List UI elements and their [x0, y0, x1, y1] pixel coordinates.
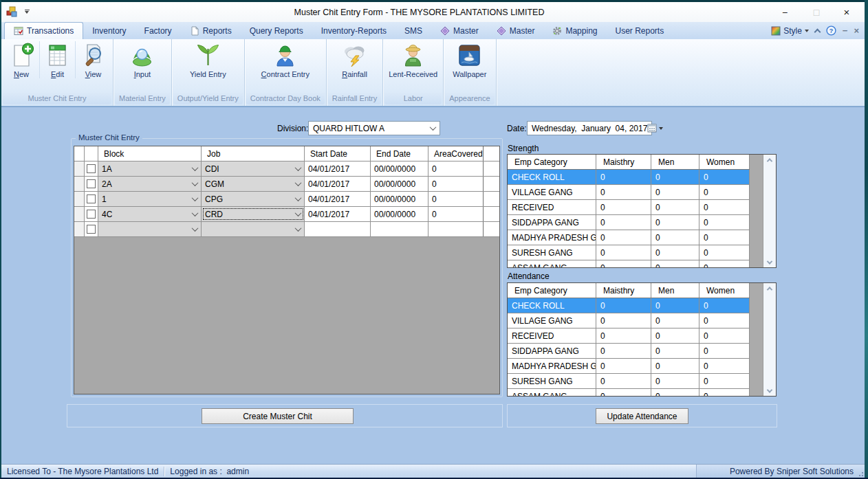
area-covered-cell[interactable]: 0: [428, 177, 484, 191]
women-cell[interactable]: 0: [699, 389, 750, 397]
column-header-maisthry[interactable]: Maisthry: [596, 283, 651, 298]
minimize-button[interactable]: −: [771, 2, 799, 22]
row-header[interactable]: [74, 177, 85, 191]
tab-master-8[interactable]: Master: [488, 23, 544, 39]
attendance-row-received[interactable]: RECEIVED000: [508, 328, 750, 344]
women-cell[interactable]: 0: [699, 260, 750, 268]
column-header-area-covered[interactable]: AreaCovered: [428, 146, 484, 161]
strength-row-assam-gang[interactable]: ASSAM GANG000: [508, 260, 750, 268]
tab-query-reports[interactable]: Query Reports: [241, 23, 312, 39]
men-cell[interactable]: 0: [651, 200, 699, 214]
emp-category-cell[interactable]: RECEIVED: [508, 328, 596, 343]
ribbon-button-input[interactable]: Input: [124, 41, 160, 78]
row-checkbox[interactable]: [87, 225, 96, 234]
strength-row-check-roll[interactable]: CHECK ROLL000: [508, 170, 750, 185]
emp-category-cell[interactable]: VILLAGE GANG: [508, 185, 596, 199]
maisthry-cell[interactable]: 0: [596, 298, 651, 313]
strength-row-received[interactable]: RECEIVED000: [508, 200, 750, 215]
men-cell[interactable]: 0: [651, 374, 699, 388]
women-cell[interactable]: 0: [699, 200, 750, 214]
end-date-cell[interactable]: 00/00/0000: [371, 177, 428, 191]
women-cell[interactable]: 0: [699, 215, 750, 230]
create-muster-chit-button[interactable]: Create Muster Chit: [202, 408, 354, 424]
emp-category-cell[interactable]: MADHYA PRADESH GANG: [508, 230, 596, 245]
row-checkbox[interactable]: [87, 194, 96, 203]
scroll-up-icon[interactable]: [767, 285, 773, 291]
maisthry-cell[interactable]: 0: [596, 344, 651, 358]
column-header-women[interactable]: Women: [699, 155, 750, 169]
column-header-block[interactable]: Block: [98, 146, 202, 161]
row-header[interactable]: [74, 222, 85, 236]
tab-transactions[interactable]: Transactions: [4, 22, 83, 39]
area-covered-cell[interactable]: 0: [428, 207, 484, 221]
job-combobox[interactable]: [202, 222, 305, 236]
men-cell[interactable]: 0: [651, 215, 699, 230]
child-close-button[interactable]: ×: [854, 25, 859, 36]
start-date-cell[interactable]: 04/01/2017: [305, 207, 371, 221]
tab-reports[interactable]: Reports: [181, 23, 241, 39]
women-cell[interactable]: 0: [699, 359, 750, 373]
emp-category-cell[interactable]: CHECK ROLL: [508, 170, 596, 184]
maximize-button[interactable]: □: [803, 2, 830, 22]
tab-inventory[interactable]: Inventory: [83, 23, 135, 39]
men-cell[interactable]: 0: [651, 298, 699, 313]
men-cell[interactable]: 0: [651, 260, 699, 268]
attendance-row-siddappa-gang[interactable]: SIDDAPPA GANG000: [508, 344, 750, 359]
emp-category-cell[interactable]: VILLAGE GANG: [508, 313, 596, 328]
maisthry-cell[interactable]: 0: [596, 260, 651, 268]
women-cell[interactable]: 0: [699, 170, 750, 184]
scroll-down-icon[interactable]: [767, 259, 773, 265]
area-covered-cell[interactable]: 0: [428, 161, 484, 176]
row-checkbox[interactable]: [87, 179, 96, 188]
start-date-cell[interactable]: 04/01/2017: [305, 161, 371, 176]
job-combobox[interactable]: CPG: [202, 192, 305, 206]
date-picker[interactable]: Wednesday, January 04, 2017: [527, 121, 652, 135]
end-date-cell[interactable]: 00/00/0000: [371, 192, 428, 206]
ribbon-button-wallpaper[interactable]: Wallpaper: [449, 41, 490, 78]
column-header-end-date[interactable]: End Date: [371, 146, 428, 161]
child-minimize-button[interactable]: −: [843, 25, 848, 36]
emp-category-cell[interactable]: CHECK ROLL: [508, 298, 596, 313]
attendance-row-suresh-gang[interactable]: SURESH GANG000: [508, 374, 750, 389]
maisthry-cell[interactable]: 0: [596, 215, 651, 230]
attendance-row-check-roll[interactable]: CHECK ROLL000: [508, 298, 750, 313]
women-cell[interactable]: 0: [699, 298, 750, 313]
tab-inventory-reports[interactable]: Inventory-Reports: [312, 23, 395, 39]
end-date-cell[interactable]: 00/00/0000: [371, 207, 428, 221]
maisthry-cell[interactable]: 0: [596, 389, 651, 397]
block-combobox[interactable]: 2A: [98, 177, 202, 191]
end-date-cell[interactable]: 00/00/0000: [371, 161, 428, 176]
block-combobox[interactable]: 1A: [98, 161, 202, 176]
start-date-cell[interactable]: 04/01/2017: [305, 192, 371, 206]
men-cell[interactable]: 0: [651, 359, 699, 373]
men-cell[interactable]: 0: [651, 313, 699, 328]
strength-row-madhya-pradesh-gang[interactable]: MADHYA PRADESH GANG000: [508, 230, 750, 245]
column-header-emp-category[interactable]: Emp Category: [508, 155, 596, 169]
tab-mapping[interactable]: Mapping: [543, 23, 606, 39]
column-header-men[interactable]: Men: [651, 155, 699, 169]
block-combobox[interactable]: 1: [98, 192, 202, 206]
women-cell[interactable]: 0: [699, 313, 750, 328]
maisthry-cell[interactable]: 0: [596, 328, 651, 343]
men-cell[interactable]: 0: [651, 328, 699, 343]
job-combobox[interactable]: CGM: [202, 177, 305, 191]
emp-category-cell[interactable]: SURESH GANG: [508, 374, 596, 388]
tab-user-reports[interactable]: User Reports: [606, 23, 673, 39]
men-cell[interactable]: 0: [651, 245, 699, 260]
men-cell[interactable]: 0: [651, 344, 699, 358]
style-selector[interactable]: Style: [771, 26, 809, 36]
scroll-down-icon[interactable]: [767, 388, 773, 394]
emp-category-cell[interactable]: SIDDAPPA GANG: [508, 344, 596, 358]
women-cell[interactable]: 0: [699, 374, 750, 388]
strength-row-village-gang[interactable]: VILLAGE GANG000: [508, 185, 750, 200]
women-cell[interactable]: 0: [699, 344, 750, 358]
block-combobox[interactable]: [98, 222, 202, 236]
row-header[interactable]: [74, 192, 85, 206]
start-date-cell[interactable]: 04/01/2017: [305, 177, 371, 191]
job-combobox[interactable]: CDI: [202, 161, 305, 176]
attendance-row-assam-gang[interactable]: ASSAM GANG000: [508, 389, 750, 397]
men-cell[interactable]: 0: [651, 185, 699, 199]
scroll-up-icon[interactable]: [767, 157, 773, 163]
ribbon-button-yield-entry[interactable]: Yield Entry: [186, 41, 230, 78]
update-attendance-button[interactable]: Update Attendance: [596, 408, 688, 424]
